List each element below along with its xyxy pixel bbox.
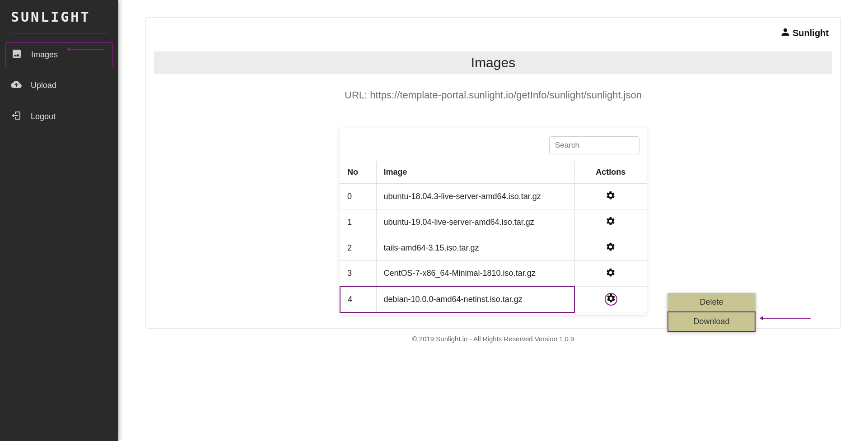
image-icon xyxy=(11,48,22,61)
sidebar-item-label: Logout xyxy=(31,112,56,121)
annotation-arrow xyxy=(68,49,104,50)
cell-no: 2 xyxy=(340,235,376,261)
table-row-selected: 4 debian-10.0.0-amd64-netinst.iso.tar.gz xyxy=(340,287,647,312)
content-card: Sunlight Images URL: https://template-po… xyxy=(145,17,841,329)
row-actions-button[interactable] xyxy=(604,267,617,280)
sidebar-item-upload[interactable]: Upload xyxy=(0,73,118,98)
images-table: No Image Actions 0 ubuntu-18.04.3-live-s… xyxy=(340,161,647,313)
cell-image: ubuntu-18.04.3-live-server-amd64.iso.tar… xyxy=(376,184,574,209)
user-icon xyxy=(781,28,790,39)
sidebar-item-label: Upload xyxy=(31,81,56,90)
main-content: Sunlight Images URL: https://template-po… xyxy=(118,0,868,441)
table-row: 0 ubuntu-18.04.3-live-server-amd64.iso.t… xyxy=(340,184,647,209)
cell-no: 4 xyxy=(340,287,376,312)
row-actions-button[interactable] xyxy=(604,241,617,254)
search-input[interactable] xyxy=(549,136,639,154)
page-title: Images xyxy=(154,51,832,74)
sidebar-item-logout[interactable]: Logout xyxy=(0,104,118,130)
user-account[interactable]: Sunlight xyxy=(154,26,832,51)
url-display: URL: https://template-portal.sunlight.io… xyxy=(154,89,832,101)
cell-no: 3 xyxy=(340,261,376,287)
row-context-menu: Delete Download xyxy=(667,293,756,332)
divider xyxy=(11,33,107,33)
col-header-image[interactable]: Image xyxy=(376,161,574,184)
cloud-upload-icon xyxy=(11,79,22,92)
gear-icon xyxy=(606,242,616,254)
logout-icon xyxy=(11,110,22,123)
cell-image: debian-10.0.0-amd64-netinst.iso.tar.gz xyxy=(376,287,574,312)
gear-icon xyxy=(606,216,616,228)
table-row: 1 ubuntu-19.04-live-server-amd64.iso.tar… xyxy=(340,209,647,235)
images-table-card: No Image Actions 0 ubuntu-18.04.3-live-s… xyxy=(340,128,647,315)
cell-image: ubuntu-19.04-live-server-amd64.iso.tar.g… xyxy=(376,209,574,235)
row-actions-button[interactable] xyxy=(605,293,617,306)
sidebar-item-label: Images xyxy=(31,50,58,60)
cell-no: 1 xyxy=(340,209,376,235)
menu-item-delete[interactable]: Delete xyxy=(667,293,756,311)
annotation-arrow xyxy=(761,318,811,319)
row-actions-button[interactable] xyxy=(604,190,617,203)
menu-item-download[interactable]: Download xyxy=(667,311,756,332)
table-row: 2 tails-amd64-3.15.iso.tar.gz xyxy=(340,235,647,261)
sidebar-item-images[interactable]: Images xyxy=(5,42,113,67)
user-name: Sunlight xyxy=(793,28,829,38)
sidebar: SUNLIGHT Images Upload Logout xyxy=(0,0,118,441)
cell-image: tails-amd64-3.15.iso.tar.gz xyxy=(376,235,574,261)
row-actions-button[interactable] xyxy=(604,216,617,228)
gear-icon xyxy=(606,190,616,203)
gear-icon xyxy=(606,268,616,280)
cell-no: 0 xyxy=(340,184,376,209)
col-header-actions[interactable]: Actions xyxy=(574,161,647,184)
col-header-no[interactable]: No xyxy=(340,161,376,184)
table-row: 3 CentOS-7-x86_64-Minimal-1810.iso.tar.g… xyxy=(340,261,647,287)
brand-logo: SUNLIGHT xyxy=(0,9,118,33)
gear-icon xyxy=(606,293,616,306)
cell-image: CentOS-7-x86_64-Minimal-1810.iso.tar.gz xyxy=(376,261,574,287)
